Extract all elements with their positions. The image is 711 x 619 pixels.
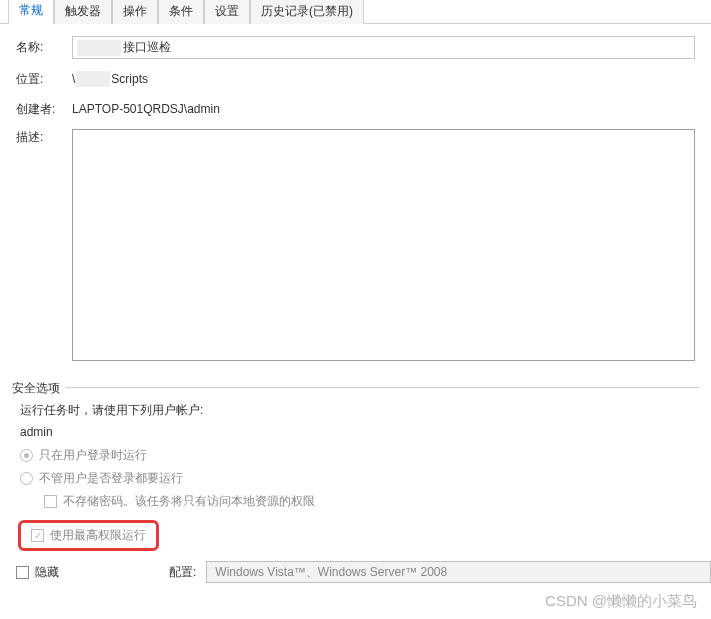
run-as-account: admin xyxy=(20,425,695,439)
description-label: 描述: xyxy=(16,129,64,146)
tab-triggers[interactable]: 触发器 xyxy=(54,0,112,24)
name-label: 名称: xyxy=(16,39,64,56)
bottom-row: 隐藏 配置: Windows Vista™、Windows Server™ 20… xyxy=(16,561,711,583)
location-prefix: \ xyxy=(72,72,75,86)
name-suffix: 接口巡检 xyxy=(123,39,171,56)
check-highest-privileges-label: 使用最高权限运行 xyxy=(50,527,146,544)
tab-bar: 常规 触发器 操作 条件 设置 历史记录(已禁用) xyxy=(0,0,711,24)
tab-history[interactable]: 历史记录(已禁用) xyxy=(250,0,364,24)
tab-actions[interactable]: 操作 xyxy=(112,0,158,24)
redacted-location-mid xyxy=(76,71,110,87)
tab-conditions[interactable]: 条件 xyxy=(158,0,204,24)
configure-for-value: Windows Vista™、Windows Server™ 2008 xyxy=(215,564,447,581)
tab-general[interactable]: 常规 xyxy=(8,0,54,24)
checkbox-icon: ✓ xyxy=(31,529,44,542)
check-highest-privileges[interactable]: ✓ 使用最高权限运行 xyxy=(31,527,146,544)
general-form: 名称: 接口巡检 位置: \ Scripts 创建者: LAPTOP-501QR… xyxy=(0,24,711,379)
configure-for-label: 配置: xyxy=(169,564,196,581)
radio-run-logged-on[interactable]: 只在用户登录时运行 xyxy=(20,447,695,464)
tab-settings[interactable]: 设置 xyxy=(204,0,250,24)
check-hidden-label: 隐藏 xyxy=(35,564,59,581)
location-suffix: Scripts xyxy=(111,72,148,86)
check-hidden[interactable]: 隐藏 xyxy=(16,564,59,581)
checkbox-icon xyxy=(44,495,57,508)
redacted-name-prefix xyxy=(77,40,121,56)
name-field[interactable]: 接口巡检 xyxy=(72,36,695,59)
radio-icon xyxy=(20,472,33,485)
checkbox-icon xyxy=(16,566,29,579)
security-options-legend: 安全选项 xyxy=(12,380,66,397)
check-no-password-label: 不存储密码。该任务将只有访问本地资源的权限 xyxy=(63,493,315,510)
watermark: CSDN @懒懒的小菜鸟 xyxy=(545,592,697,611)
radio-icon xyxy=(20,449,33,462)
highlight-highest-privileges: ✓ 使用最高权限运行 xyxy=(18,520,159,551)
location-value: \ Scripts xyxy=(72,71,695,87)
description-field[interactable] xyxy=(72,129,695,361)
radio-run-logged-on-label: 只在用户登录时运行 xyxy=(39,447,147,464)
author-label: 创建者: xyxy=(16,101,64,118)
check-no-password[interactable]: 不存储密码。该任务将只有访问本地资源的权限 xyxy=(44,493,695,510)
location-label: 位置: xyxy=(16,71,64,88)
radio-run-any-label: 不管用户是否登录都要运行 xyxy=(39,470,183,487)
author-value: LAPTOP-501QRDSJ\admin xyxy=(72,102,695,116)
security-options-group: 安全选项 运行任务时，请使用下列用户帐户: admin 只在用户登录时运行 不管… xyxy=(12,387,699,557)
configure-for-select[interactable]: Windows Vista™、Windows Server™ 2008 xyxy=(206,561,711,583)
run-as-prompt: 运行任务时，请使用下列用户帐户: xyxy=(20,402,695,419)
radio-run-any[interactable]: 不管用户是否登录都要运行 xyxy=(20,470,695,487)
